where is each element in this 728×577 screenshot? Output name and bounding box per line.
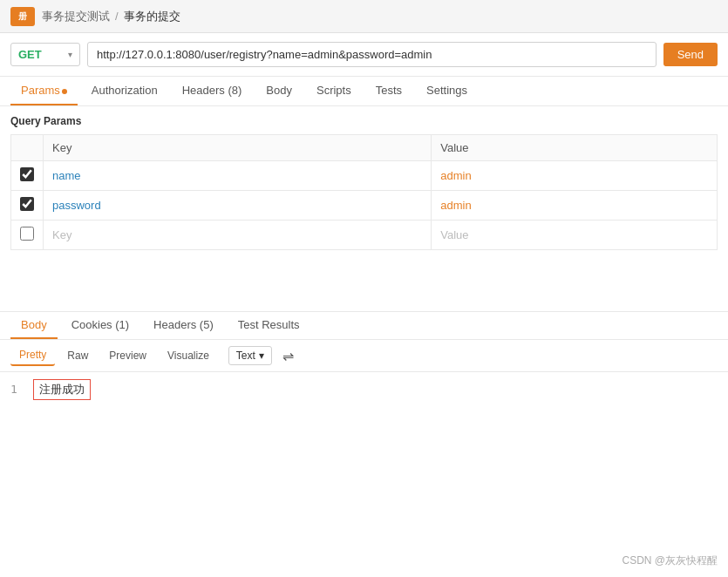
response-tab-body[interactable]: Body — [10, 312, 58, 339]
response-tab-headers[interactable]: Headers (5) — [143, 312, 224, 339]
breadcrumb-root[interactable]: 事务提交测试 — [42, 9, 110, 24]
breadcrumb: 事务提交测试 / 事务的提交 — [42, 9, 180, 24]
top-bar: 册 事务提交测试 / 事务的提交 — [0, 0, 728, 33]
watermark: CSDN @灰灰快程醒 — [622, 553, 718, 568]
tab-params[interactable]: Params — [10, 77, 78, 105]
row1-checkbox-cell[interactable] — [11, 161, 44, 191]
tab-scripts[interactable]: Scripts — [306, 77, 362, 105]
response-result-text: 注册成功 — [33, 379, 91, 400]
row2-key[interactable]: password — [44, 191, 432, 221]
params-table: Key Value name admin password admin Key … — [10, 134, 718, 250]
col-header-check — [11, 135, 44, 161]
url-bar: GET ▾ Send — [0, 33, 728, 77]
method-chevron-icon: ▾ — [68, 50, 72, 59]
tab-authorization[interactable]: Authorization — [81, 77, 168, 105]
params-section: Query Params Key Value name admin passwo… — [0, 106, 728, 259]
tab-tests[interactable]: Tests — [365, 77, 412, 105]
format-pretty-btn[interactable]: Pretty — [10, 345, 55, 366]
col-header-value: Value — [432, 135, 718, 161]
empty-row-checkbox[interactable] — [20, 227, 34, 241]
params-dot — [62, 89, 67, 94]
response-tab-test-results[interactable]: Test Results — [228, 312, 310, 339]
row1-checkbox[interactable] — [20, 167, 34, 181]
table-row-empty: Key Value — [11, 221, 718, 250]
format-type-label: Text — [236, 350, 255, 362]
query-params-label: Query Params — [10, 115, 718, 127]
method-select[interactable]: GET ▾ — [10, 43, 80, 66]
empty-value[interactable]: Value — [432, 221, 718, 250]
format-visualize-btn[interactable]: Visualize — [159, 346, 218, 365]
breadcrumb-current: 事务的提交 — [124, 9, 180, 24]
url-input[interactable] — [87, 42, 657, 67]
row1-value[interactable]: admin — [432, 161, 718, 191]
format-raw-btn[interactable]: Raw — [58, 346, 97, 365]
empty-key[interactable]: Key — [44, 221, 432, 250]
row2-checkbox-cell[interactable] — [11, 191, 44, 221]
response-section: Body Cookies (1) Headers (5) Test Result… — [0, 311, 728, 407]
request-tabs: Params Authorization Headers (8) Body Sc… — [0, 77, 728, 106]
row2-value[interactable]: admin — [432, 191, 718, 221]
breadcrumb-separator: / — [115, 10, 119, 23]
method-label: GET — [18, 48, 42, 61]
format-bar: Pretty Raw Preview Visualize Text ▾ ⇌ — [0, 340, 728, 372]
wrap-icon[interactable]: ⇌ — [282, 348, 294, 364]
response-body: 1 注册成功 — [0, 372, 728, 407]
row1-key[interactable]: name — [44, 161, 432, 191]
tab-settings[interactable]: Settings — [416, 77, 478, 105]
empty-row-checkbox-cell[interactable] — [11, 221, 44, 250]
line-number: 1 — [10, 383, 17, 396]
response-tab-cookies[interactable]: Cookies (1) — [61, 312, 139, 339]
response-tabs: Body Cookies (1) Headers (5) Test Result… — [0, 312, 728, 340]
tab-body[interactable]: Body — [255, 77, 303, 105]
col-header-key: Key — [44, 135, 432, 161]
send-button[interactable]: Send — [663, 43, 718, 66]
app-logo: 册 — [10, 7, 35, 26]
format-type-select[interactable]: Text ▾ — [228, 346, 272, 365]
tab-headers[interactable]: Headers (8) — [172, 77, 253, 105]
format-type-chevron-icon: ▾ — [259, 350, 264, 362]
row2-checkbox[interactable] — [20, 197, 34, 211]
format-preview-btn[interactable]: Preview — [100, 346, 155, 365]
table-row: password admin — [11, 191, 718, 221]
table-row: name admin — [11, 161, 718, 191]
